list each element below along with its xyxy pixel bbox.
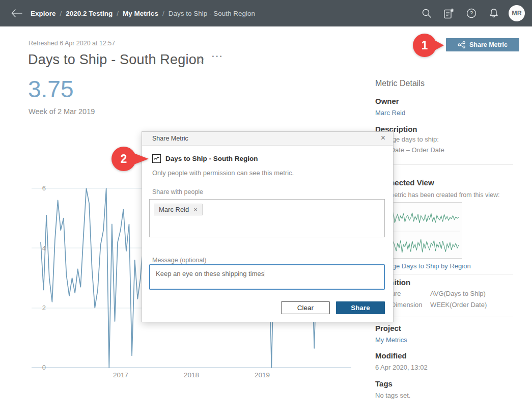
y-tick-4: 4 [34, 244, 46, 252]
remove-recipient-icon[interactable]: × [193, 206, 198, 213]
modified-value: 6 Apr 2020, 13:02 [375, 364, 428, 371]
y-tick-6: 6 [34, 184, 46, 192]
message-value: Keep an eye on these shipping times [156, 270, 264, 277]
text-cursor [265, 270, 265, 277]
definition-row-value: AVG(Days to Ship) [430, 290, 486, 297]
definition-row-measure: Measure AVG(Days to Ship) [375, 290, 513, 298]
callout-1: 1 [411, 32, 447, 59]
y-tick-2: 2 [34, 304, 46, 312]
metric-period-label: Week of 2 Mar 2019 [29, 107, 95, 116]
callout-2-number: 2 [121, 152, 127, 165]
metric-details-title: Metric Details [375, 79, 425, 88]
close-icon[interactable]: × [379, 133, 387, 143]
back-arrow-icon [11, 9, 22, 17]
tags-heading: Tags [375, 379, 393, 388]
breadcrumb-item-current: Days to Ship - South Region [169, 10, 255, 17]
definition-row-date-dimension: Date Dimension WEEK(Order Date) [375, 301, 513, 309]
callout-1-number: 1 [422, 39, 428, 52]
callout-2: 2 [110, 146, 151, 172]
section-divider [375, 164, 513, 165]
permission-note: Only people with permission can see this… [152, 169, 294, 177]
x-tick-2017: 2017 [109, 371, 132, 379]
y-tick-0: 0 [34, 364, 46, 371]
page-title: Days to Ship - South Region [28, 52, 204, 68]
dialog-metric-name: Days to Ship - South Region [165, 155, 258, 162]
project-link[interactable]: My Metrics [375, 336, 407, 344]
recipient-chip-name: Marc Reid [159, 206, 189, 213]
section-divider [375, 317, 513, 317]
metric-chart-icon [152, 154, 161, 163]
metric-details-panel: Metric Details Owner Marc Reid Descripti… [375, 0, 513, 417]
connected-view-note: This metric has been created from this v… [375, 191, 500, 199]
refreshed-timestamp: Refreshed 6 Apr 2020 at 12:57 [29, 40, 115, 47]
message-input[interactable]: Keep an eye on these shipping times [149, 264, 385, 290]
breadcrumb-item-subproject[interactable]: My Metrics [123, 10, 158, 17]
recipient-chip: Marc Reid × [154, 204, 203, 215]
breadcrumb-separator: / [162, 10, 164, 17]
dialog-header: Share Metric × [142, 132, 393, 146]
x-tick-2018: 2018 [180, 371, 203, 379]
share-metric-dialog: Share Metric × Days to Ship - South Regi… [142, 131, 394, 322]
definition-row-value: WEEK(Order Date) [430, 301, 487, 309]
breadcrumb-item-project[interactable]: 2020.2 Testing [66, 10, 113, 17]
clear-button[interactable]: Clear [281, 301, 330, 314]
tags-value: No tags set. [375, 392, 410, 399]
dialog-metric-row: Days to Ship - South Region [152, 154, 258, 163]
share-with-label: Share with people [152, 188, 203, 196]
message-label: Message (optional) [152, 257, 206, 264]
breadcrumb-item-explore[interactable]: Explore [31, 10, 56, 17]
metric-current-value: 3.75 [28, 75, 74, 103]
share-with-input[interactable]: Marc Reid × [149, 199, 385, 237]
favorite-star-icon[interactable]: ☆ [195, 55, 205, 66]
more-options-icon[interactable]: ··· [212, 51, 223, 62]
back-button[interactable] [9, 6, 24, 21]
share-button[interactable]: Share [336, 301, 385, 314]
owner-heading: Owner [375, 97, 399, 105]
x-tick-2019: 2019 [251, 371, 273, 379]
project-heading: Project [375, 324, 401, 332]
modified-heading: Modified [375, 351, 407, 360]
dialog-title: Share Metric [152, 135, 188, 142]
breadcrumb: Explore / 2020.2 Testing / My Metrics / … [31, 10, 255, 17]
owner-link[interactable]: Marc Reid [375, 109, 405, 117]
section-divider [375, 274, 513, 274]
breadcrumb-separator: / [117, 10, 119, 17]
breadcrumb-separator: / [60, 10, 62, 17]
